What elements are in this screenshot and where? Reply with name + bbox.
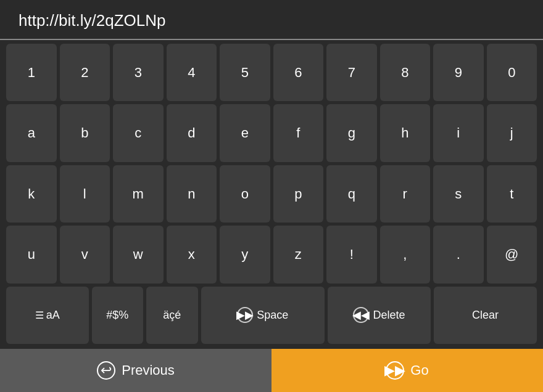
delete-icon: ◀◀ xyxy=(353,307,369,323)
accents-label: äçé xyxy=(163,309,181,322)
key-9[interactable]: 9 xyxy=(433,44,484,101)
key-2[interactable]: 2 xyxy=(60,44,110,101)
key-w[interactable]: w xyxy=(113,226,164,283)
key-p[interactable]: p xyxy=(273,165,324,223)
letter-row-3: u v w x y z ! , . @ xyxy=(6,226,537,283)
key-g[interactable]: g xyxy=(326,104,377,161)
layout-icon xyxy=(35,309,44,322)
key-z[interactable]: z xyxy=(273,226,324,283)
key-u[interactable]: u xyxy=(6,226,57,283)
letter-row-1: a b c d e f g h i j xyxy=(6,104,537,161)
key-0[interactable]: 0 xyxy=(487,44,537,101)
clear-button[interactable]: Clear xyxy=(434,287,537,344)
key-o[interactable]: o xyxy=(220,165,270,223)
key-f[interactable]: f xyxy=(273,104,324,161)
previous-icon: ↩ xyxy=(97,361,115,380)
symbols-label: #$% xyxy=(106,309,128,322)
accents-button[interactable]: äçé xyxy=(146,287,198,344)
key-h[interactable]: h xyxy=(380,104,431,161)
key-y[interactable]: y xyxy=(220,226,270,283)
key-exclaim[interactable]: ! xyxy=(326,226,377,283)
url-bar xyxy=(0,0,543,40)
key-6[interactable]: 6 xyxy=(273,44,324,101)
letter-row-2: k l m n o p q r s t xyxy=(6,165,537,223)
key-l[interactable]: l xyxy=(60,165,110,223)
space-button[interactable]: ▶▶ Space xyxy=(201,287,325,344)
go-button[interactable]: ▶▶ Go xyxy=(272,349,543,392)
key-s[interactable]: s xyxy=(433,165,484,223)
key-q[interactable]: q xyxy=(326,165,377,223)
key-i[interactable]: i xyxy=(433,104,484,161)
previous-label: Previous xyxy=(122,362,175,378)
key-8[interactable]: 8 xyxy=(380,44,431,101)
key-n[interactable]: n xyxy=(167,165,217,223)
url-input[interactable] xyxy=(19,11,524,30)
key-t[interactable]: t xyxy=(487,165,537,223)
key-x[interactable]: x xyxy=(167,226,217,283)
key-at[interactable]: @ xyxy=(487,226,537,283)
key-v[interactable]: v xyxy=(60,226,110,283)
space-label: Space xyxy=(257,309,288,322)
delete-label: Delete xyxy=(373,309,405,322)
key-comma[interactable]: , xyxy=(380,226,431,283)
key-3[interactable]: 3 xyxy=(113,44,164,101)
key-j[interactable]: j xyxy=(487,104,537,161)
previous-button[interactable]: ↩ Previous xyxy=(0,349,272,392)
layout-toggle-button[interactable]: aA xyxy=(6,287,89,344)
go-label: Go xyxy=(410,362,428,378)
key-r[interactable]: r xyxy=(380,165,431,223)
keyboard: 1 2 3 4 5 6 7 8 9 0 a b c d e f g h i j … xyxy=(0,40,543,348)
key-m[interactable]: m xyxy=(113,165,164,223)
clear-label: Clear xyxy=(472,309,499,322)
key-5[interactable]: 5 xyxy=(220,44,270,101)
delete-button[interactable]: ◀◀ Delete xyxy=(328,287,431,344)
key-4[interactable]: 4 xyxy=(167,44,217,101)
symbols-button[interactable]: #$% xyxy=(92,287,144,344)
number-row: 1 2 3 4 5 6 7 8 9 0 xyxy=(6,44,537,101)
key-a[interactable]: a xyxy=(6,104,57,161)
go-icon: ▶▶ xyxy=(386,361,404,380)
layout-label: aA xyxy=(46,309,60,322)
bottom-action-row: ↩ Previous ▶▶ Go xyxy=(0,349,543,392)
key-7[interactable]: 7 xyxy=(326,44,377,101)
key-period[interactable]: . xyxy=(433,226,484,283)
key-k[interactable]: k xyxy=(6,165,57,223)
key-b[interactable]: b xyxy=(60,104,110,161)
key-c[interactable]: c xyxy=(113,104,164,161)
key-d[interactable]: d xyxy=(167,104,217,161)
key-e[interactable]: e xyxy=(220,104,270,161)
special-row: aA #$% äçé ▶▶ Space ◀◀ Delete Clear xyxy=(6,287,537,344)
key-1[interactable]: 1 xyxy=(6,44,57,101)
space-icon: ▶▶ xyxy=(237,307,253,323)
